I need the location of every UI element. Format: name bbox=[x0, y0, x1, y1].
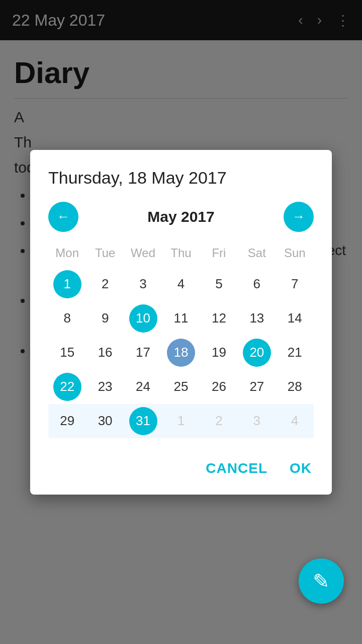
calendar-nav: ← May 2017 → bbox=[48, 202, 314, 232]
calendar-day[interactable]: 4 bbox=[167, 270, 195, 298]
cal-cell: 26 bbox=[200, 370, 238, 404]
calendar-day[interactable]: 19 bbox=[205, 339, 233, 367]
cal-cell: 12 bbox=[200, 301, 238, 336]
cal-cell: 28 bbox=[276, 370, 314, 404]
cal-cell: 16 bbox=[86, 336, 124, 370]
calendar-day[interactable]: 14 bbox=[281, 304, 309, 333]
weekday-sat: Sat bbox=[238, 242, 276, 267]
calendar-day[interactable]: 6 bbox=[243, 270, 271, 298]
cal-cell: 27 bbox=[238, 370, 276, 404]
cal-cell: 13 bbox=[238, 301, 276, 336]
weekday-sun: Sun bbox=[276, 242, 314, 267]
calendar-day[interactable]: 23 bbox=[91, 373, 119, 401]
cal-cell: 8 bbox=[48, 301, 86, 336]
cancel-button[interactable]: CANCEL bbox=[204, 456, 269, 480]
cal-cell: 29 bbox=[48, 404, 86, 438]
calendar-week-row: 22232425262728 bbox=[48, 370, 314, 404]
prev-month-button[interactable]: ← bbox=[48, 202, 78, 232]
calendar-day[interactable]: 16 bbox=[91, 339, 119, 367]
fab-button[interactable]: ✎ bbox=[299, 558, 344, 604]
calendar-day[interactable]: 13 bbox=[243, 304, 271, 333]
calendar-day[interactable]: 2 bbox=[91, 270, 119, 298]
cal-cell: 10 bbox=[124, 301, 162, 336]
calendar-day: 2 bbox=[205, 407, 233, 435]
calendar-day[interactable]: 11 bbox=[167, 304, 195, 333]
calendar-day[interactable]: 5 bbox=[205, 270, 233, 298]
calendar-month-year: May 2017 bbox=[147, 208, 214, 225]
cal-cell: 3 bbox=[124, 267, 162, 301]
calendar-week-row: 15161718192021 bbox=[48, 336, 314, 370]
cal-cell: 1 bbox=[162, 404, 200, 438]
calendar-day[interactable]: 20 bbox=[243, 339, 271, 367]
calendar-day[interactable]: 29 bbox=[53, 407, 81, 435]
calendar-day[interactable]: 10 bbox=[129, 304, 157, 333]
dialog-buttons: CANCEL OK bbox=[48, 452, 314, 480]
calendar-day[interactable]: 12 bbox=[205, 304, 233, 333]
calendar-weeks: 1234567891011121314151617181920212223242… bbox=[48, 267, 314, 438]
cal-cell: 2 bbox=[86, 267, 124, 301]
calendar-day[interactable]: 8 bbox=[53, 304, 81, 333]
calendar-day[interactable]: 7 bbox=[281, 270, 309, 298]
cal-cell: 23 bbox=[86, 370, 124, 404]
cal-cell: 9 bbox=[86, 301, 124, 336]
calendar-day[interactable]: 24 bbox=[129, 373, 157, 401]
date-picker-dialog: Thursday, 18 May 2017 ← May 2017 → Mon T… bbox=[30, 150, 332, 495]
cal-cell: 6 bbox=[238, 267, 276, 301]
calendar-day[interactable]: 17 bbox=[129, 339, 157, 367]
fab-icon: ✎ bbox=[313, 570, 330, 593]
calendar-day[interactable]: 9 bbox=[91, 304, 119, 333]
calendar-week-row: 2930311234 bbox=[48, 404, 314, 438]
cal-cell: 30 bbox=[86, 404, 124, 438]
calendar-day[interactable]: 27 bbox=[243, 373, 271, 401]
next-month-icon: → bbox=[292, 209, 305, 224]
weekday-fri: Fri bbox=[200, 242, 238, 267]
calendar-day[interactable]: 21 bbox=[281, 339, 309, 367]
weekday-mon: Mon bbox=[48, 242, 86, 267]
cal-cell: 18 bbox=[162, 336, 200, 370]
cal-cell: 4 bbox=[162, 267, 200, 301]
weekday-tue: Tue bbox=[86, 242, 124, 267]
cal-cell: 5 bbox=[200, 267, 238, 301]
cal-cell: 19 bbox=[200, 336, 238, 370]
cal-cell: 11 bbox=[162, 301, 200, 336]
calendar-day[interactable]: 28 bbox=[281, 373, 309, 401]
cal-cell: 14 bbox=[276, 301, 314, 336]
next-month-button[interactable]: → bbox=[284, 202, 314, 232]
calendar-day[interactable]: 3 bbox=[129, 270, 157, 298]
dialog-overlay: Thursday, 18 May 2017 ← May 2017 → Mon T… bbox=[0, 0, 362, 644]
calendar-day[interactable]: 22 bbox=[53, 373, 81, 401]
calendar-week-row: 1234567 bbox=[48, 267, 314, 301]
cal-cell: 25 bbox=[162, 370, 200, 404]
ok-button[interactable]: OK bbox=[288, 456, 314, 480]
calendar-day[interactable]: 26 bbox=[205, 373, 233, 401]
calendar-day: 1 bbox=[167, 407, 195, 435]
cal-cell: 7 bbox=[276, 267, 314, 301]
calendar-grid: Mon Tue Wed Thu Fri Sat Sun 123456789101… bbox=[48, 242, 314, 438]
cal-cell: 4 bbox=[276, 404, 314, 438]
cal-cell: 2 bbox=[200, 404, 238, 438]
calendar-day[interactable]: 31 bbox=[129, 407, 157, 435]
cal-cell: 24 bbox=[124, 370, 162, 404]
weekday-wed: Wed bbox=[124, 242, 162, 267]
calendar-day: 4 bbox=[281, 407, 309, 435]
calendar-week-row: 891011121314 bbox=[48, 301, 314, 336]
cal-cell: 1 bbox=[48, 267, 86, 301]
weekday-thu: Thu bbox=[162, 242, 200, 267]
prev-month-icon: ← bbox=[57, 209, 70, 224]
calendar-day[interactable]: 1 bbox=[53, 270, 81, 298]
dialog-title: Thursday, 18 May 2017 bbox=[48, 168, 314, 188]
calendar-day[interactable]: 30 bbox=[91, 407, 119, 435]
calendar-day: 3 bbox=[243, 407, 271, 435]
cal-cell: 20 bbox=[238, 336, 276, 370]
cal-cell: 22 bbox=[48, 370, 86, 404]
cal-cell: 15 bbox=[48, 336, 86, 370]
calendar-day[interactable]: 25 bbox=[167, 373, 195, 401]
calendar-day[interactable]: 15 bbox=[53, 339, 81, 367]
weekday-headers: Mon Tue Wed Thu Fri Sat Sun bbox=[48, 242, 314, 267]
cal-cell: 21 bbox=[276, 336, 314, 370]
calendar-day[interactable]: 18 bbox=[167, 339, 195, 367]
cal-cell: 31 bbox=[124, 404, 162, 438]
cal-cell: 17 bbox=[124, 336, 162, 370]
cal-cell: 3 bbox=[238, 404, 276, 438]
